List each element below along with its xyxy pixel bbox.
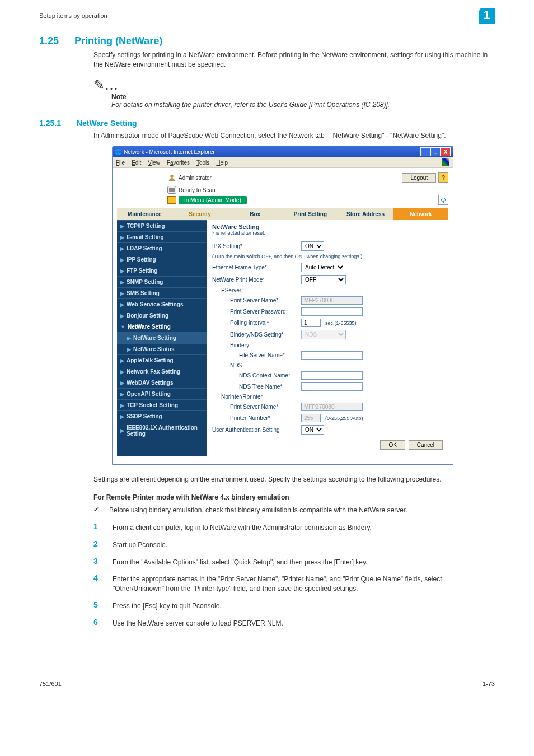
- select-eftype[interactable]: Auto Detect: [301, 263, 345, 272]
- select-ipx[interactable]: ON: [301, 241, 324, 251]
- tab-print-setting[interactable]: Print Setting: [283, 208, 338, 220]
- cancel-button[interactable]: Cancel: [409, 440, 443, 450]
- sidebar-item-appletalk[interactable]: ▶AppleTalk Setting: [117, 354, 207, 366]
- note-icon: ✎…: [93, 77, 495, 93]
- sidebar-item-ftp[interactable]: ▶FTP Setting: [117, 265, 207, 276]
- sidebar-item-ieee[interactable]: ▶IEEE802.1X Authentication Setting: [117, 422, 207, 439]
- step-num-3: 3: [93, 557, 100, 567]
- step-num-6: 6: [93, 618, 100, 628]
- tab-maintenance[interactable]: Maintenance: [117, 208, 172, 220]
- select-uauth[interactable]: ON: [301, 425, 324, 435]
- sidebar-item-netware[interactable]: ▼NetWare Setting: [117, 321, 207, 332]
- label-bindery-group: Bindery: [212, 342, 299, 348]
- hint-toggle: (Turn the main switch OFF, and then ON ,…: [212, 254, 443, 259]
- menu-bar: File Edit View Favorites Tools Help: [113, 157, 453, 168]
- pane-title: NetWare Setting: [212, 223, 443, 230]
- section-number: 1.25: [39, 35, 59, 47]
- menu-help[interactable]: Help: [216, 160, 228, 166]
- maximize-button[interactable]: □: [430, 147, 441, 156]
- footer-right: 1-73: [483, 680, 495, 687]
- label-pserver-group: PServer: [212, 287, 299, 293]
- sidebar-item-webdav[interactable]: ▶WebDAV Settings: [117, 377, 207, 388]
- sidebar-item-bonjour[interactable]: ▶Bonjour Setting: [117, 310, 207, 321]
- step-num-5: 5: [93, 600, 100, 611]
- label-bnds: Bindery/NDS Setting*: [212, 332, 299, 338]
- select-mode[interactable]: OFF: [301, 275, 346, 284]
- input-ndstree[interactable]: [301, 382, 363, 391]
- refresh-button[interactable]: [438, 195, 448, 205]
- subsection-intro: In Administrator mode of PageScope Web C…: [93, 131, 495, 141]
- input-psname: [301, 296, 363, 305]
- select-bnds: NDS: [301, 330, 346, 339]
- input-npsname: [301, 403, 363, 411]
- close-button[interactable]: X: [441, 147, 451, 156]
- menu-favorites[interactable]: Favorites: [167, 160, 190, 166]
- chapter-badge: 1: [479, 8, 495, 24]
- menu-view[interactable]: View: [148, 160, 160, 166]
- minimize-button[interactable]: _: [420, 147, 430, 156]
- sidebar-item-snmp[interactable]: ▶SNMP Setting: [117, 276, 207, 287]
- tab-network[interactable]: Network: [393, 208, 448, 220]
- ok-button[interactable]: OK: [380, 440, 405, 450]
- step-num-1: 1: [93, 522, 100, 533]
- step-text-1: From a client computer, log in to NetWar…: [113, 522, 495, 533]
- input-prnnum: [301, 414, 321, 422]
- input-poll[interactable]: [301, 319, 321, 327]
- label-poll: Polling Interval*: [212, 320, 299, 326]
- screenshot-window: 🌐 Network - Microsoft Internet Explorer …: [112, 146, 453, 465]
- mode-status: In Menu (Admin Mode): [179, 196, 247, 204]
- warning-icon: [167, 196, 176, 204]
- sidebar-item-ssdp[interactable]: ▶SSDP Setting: [117, 410, 207, 422]
- procedure-subhead: For Remote Printer mode with NetWare 4.x…: [93, 493, 495, 501]
- label-ndsctx: NDS Context Name*: [212, 372, 299, 379]
- label-fsname: File Server Name*: [212, 352, 299, 358]
- menu-edit[interactable]: Edit: [132, 160, 141, 166]
- sidebar-item-netware-status[interactable]: ▶NetWare Status: [117, 343, 207, 354]
- menu-tools[interactable]: Tools: [196, 160, 209, 166]
- input-pspwd[interactable]: [301, 307, 363, 316]
- tab-box[interactable]: Box: [227, 208, 283, 220]
- check-text: Before using bindery emulation, check th…: [109, 506, 495, 515]
- label-prnnum: Printer Number*: [212, 415, 299, 421]
- label-ndstree: NDS Tree Name*: [212, 384, 299, 390]
- tab-security[interactable]: Security: [172, 208, 228, 220]
- breadcrumb: Setup items by operation: [39, 12, 479, 19]
- sidebar-item-netware-setting[interactable]: ▶NetWare Setting: [117, 332, 207, 343]
- sidebar-item-smb[interactable]: ▶SMB Setting: [117, 287, 207, 298]
- footer-left: 751/601: [39, 680, 62, 687]
- label-nrp-group: Nprinter/Rprinter: [212, 394, 299, 400]
- sidebar-item-netfax[interactable]: ▶Network Fax Setting: [117, 366, 207, 377]
- label-uauth: User Authentication Setting: [212, 427, 299, 433]
- section-title: Printing (NetWare): [74, 35, 162, 47]
- check-icon: ✔: [93, 506, 99, 515]
- subsection-title: NetWare Setting: [77, 119, 137, 128]
- ie-throbber-icon: [442, 158, 449, 166]
- step-text-6: Use the NetWare server console to load P…: [113, 618, 495, 628]
- logout-button[interactable]: Logout: [402, 173, 436, 183]
- input-ndsctx[interactable]: [301, 371, 363, 380]
- sidebar-item-ipp[interactable]: ▶IPP Setting: [117, 254, 207, 265]
- sidebar-item-tcpsocket[interactable]: ▶TCP Socket Setting: [117, 399, 207, 410]
- help-button[interactable]: ?: [438, 172, 448, 183]
- menu-file[interactable]: File: [116, 160, 125, 166]
- caption-poll: sec.(1-65535): [325, 320, 357, 326]
- subsection-number: 1.25.1: [39, 119, 61, 128]
- sidebar-item-tcpip[interactable]: ▶TCP/IP Setting: [117, 220, 207, 231]
- note-label: Note: [111, 93, 495, 101]
- sidebar-item-email[interactable]: ▶E-mail Setting: [117, 231, 207, 242]
- sidebar-item-web-service[interactable]: ▶Web Service Settings: [117, 298, 207, 310]
- ie-icon: 🌐: [115, 149, 121, 155]
- step-text-2: Start up Pconsole.: [113, 539, 495, 550]
- label-eftype: Ethernet Frame Type*: [212, 264, 299, 270]
- sidebar-item-openapi[interactable]: ▶OpenAPI Setting: [117, 388, 207, 399]
- step-text-3: From the "Available Options" list, selec…: [113, 557, 495, 567]
- ready-status: Ready to Scan: [179, 187, 216, 193]
- admin-label: Administrator: [179, 175, 212, 181]
- label-pspwd: Print Server Password*: [212, 309, 299, 315]
- sidebar-item-ldap[interactable]: ▶LDAP Setting: [117, 242, 207, 254]
- input-fsname[interactable]: [301, 351, 363, 360]
- printer-status-icon: [167, 186, 176, 194]
- label-mode: NetWare Print Mode*: [212, 277, 299, 283]
- section-intro: Specify settings for printing in a NetWa…: [93, 50, 495, 69]
- tab-store-address[interactable]: Store Address: [338, 208, 394, 220]
